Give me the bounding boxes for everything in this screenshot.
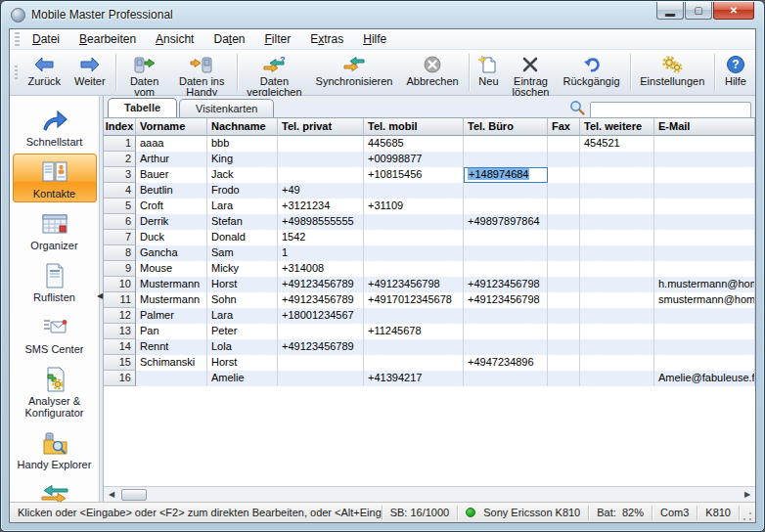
cell-tel-mobil[interactable]	[364, 245, 464, 261]
column-header-tel-buero[interactable]: Tel. Büro	[464, 118, 548, 136]
row-index-cell[interactable]: 14 (SB)	[104, 339, 136, 355]
eintrag-l-schen-button[interactable]: Eintrag löschen	[507, 52, 556, 93]
row-index-cell[interactable]: 11 (SB)	[104, 292, 136, 308]
cell-vorname[interactable]: Palmer	[136, 308, 207, 324]
cell-nachname[interactable]: Lola	[207, 339, 278, 355]
cell-email[interactable]: smustermann@home	[654, 292, 755, 308]
cell-tel-weitere[interactable]	[580, 355, 654, 371]
cell-tel-weitere[interactable]	[580, 261, 654, 277]
cell-vorname[interactable]: Rennt	[136, 339, 207, 355]
cell-nachname[interactable]: King	[207, 152, 278, 167]
cell-fax[interactable]	[548, 199, 580, 214]
column-header-vorname[interactable]: Vorname	[136, 118, 207, 136]
row-index-cell[interactable]: 2 (SB)	[104, 152, 136, 167]
cell-vorname[interactable]: Mustermann	[136, 292, 207, 308]
cell-tel-weitere[interactable]: 454521	[580, 136, 654, 152]
cell-tel-privat[interactable]	[278, 136, 364, 152]
title-bar[interactable]: Mobile Master Professional ▬ ▢ ✕	[1, 1, 764, 28]
column-header-email[interactable]: E-Mail	[654, 118, 755, 136]
cell-fax[interactable]	[548, 355, 580, 371]
cell-tel-weitere[interactable]	[580, 308, 654, 324]
cell-nachname[interactable]: Stefan	[207, 214, 278, 230]
scroll-left-icon[interactable]: ◀	[104, 488, 119, 502]
cell-tel-buero[interactable]	[464, 308, 548, 324]
minimize-button[interactable]: ▬	[656, 2, 684, 20]
cell-fax[interactable]	[548, 371, 580, 386]
cell-nachname[interactable]: Sam	[207, 245, 278, 261]
cell-fax[interactable]	[548, 136, 580, 152]
cell-email[interactable]	[654, 230, 755, 245]
menu-item-ansicht[interactable]: Ansicht	[146, 30, 203, 48]
sidebar-collapse-arrow[interactable]: ◀	[97, 291, 103, 300]
cell-tel-mobil[interactable]: +00998877	[364, 152, 464, 167]
cell-tel-privat[interactable]	[278, 152, 364, 167]
cell-tel-buero[interactable]	[464, 339, 548, 355]
r-ckg-ngig-button[interactable]: Rückgängig	[557, 52, 625, 93]
sidebar-item-handy-explorer[interactable]: Handy Explorer	[13, 424, 97, 473]
cell-vorname[interactable]: aaaa	[136, 136, 207, 152]
row-index-cell[interactable]: 12 (SB)	[104, 308, 136, 324]
einstellungen-button[interactable]: Einstellungen	[634, 52, 710, 93]
row-index-cell[interactable]: 7 (SB)	[104, 230, 136, 245]
menu-item-filter[interactable]: Filter	[255, 30, 301, 48]
sidebar-splitter[interactable]: ◀	[100, 96, 104, 502]
cell-vorname[interactable]: Gancha	[136, 245, 207, 261]
sidebar-item-kontakte[interactable]: Kontakte	[13, 154, 97, 202]
sidebar-item-sms-center[interactable]: SMS Center	[13, 309, 97, 358]
cell-vorname[interactable]: Duck	[136, 230, 207, 245]
row-index-cell[interactable]: 6 (SB)	[104, 214, 136, 230]
menu-item-datei[interactable]: Datei	[22, 30, 69, 48]
cell-tel-buero[interactable]	[464, 230, 548, 245]
tab-visitenkarten[interactable]: Visitenkarten	[179, 99, 274, 117]
menu-item-daten[interactable]: Daten	[203, 30, 254, 48]
cell-tel-buero[interactable]	[464, 245, 548, 261]
cell-vorname[interactable]: Pan	[136, 324, 207, 339]
cell-tel-mobil[interactable]: +31109	[364, 199, 464, 214]
cell-tel-buero[interactable]	[464, 152, 548, 167]
daten-ins-handy-schreiben-button[interactable]: Daten ins Handy schreiben	[171, 52, 233, 93]
search-input[interactable]	[590, 102, 751, 118]
synchronisieren-button[interactable]: Synchronisieren	[310, 52, 399, 93]
cell-tel-weitere[interactable]	[580, 183, 654, 199]
cell-tel-weitere[interactable]	[580, 245, 654, 261]
cell-tel-mobil[interactable]	[364, 261, 464, 277]
resize-grip[interactable]	[742, 510, 753, 522]
cell-tel-weitere[interactable]	[580, 230, 654, 245]
menu-item-extras[interactable]: Extras	[300, 30, 353, 48]
cell-tel-weitere[interactable]	[580, 152, 654, 167]
column-header-index[interactable]: Index	[104, 118, 136, 136]
cell-nachname[interactable]: Amelie	[207, 371, 278, 386]
cell-tel-buero[interactable]	[464, 371, 548, 386]
cell-tel-mobil[interactable]: 445685	[364, 136, 464, 152]
row-index-cell[interactable]: 5 (SB)	[104, 199, 136, 214]
cell-vorname[interactable]: Mustermann	[136, 277, 207, 292]
cell-email[interactable]: Amelie@fabuleuse.fi	[654, 371, 755, 386]
cell-tel-privat[interactable]	[278, 167, 364, 183]
cell-nachname[interactable]: Lara	[207, 199, 278, 214]
cell-fax[interactable]	[548, 167, 580, 183]
row-index-cell[interactable]: 15 (SB)	[104, 355, 136, 371]
menubar-gripper[interactable]	[15, 32, 20, 46]
sidebar-item-organizer[interactable]: Organizer	[13, 205, 97, 254]
cell-fax[interactable]	[548, 214, 580, 230]
cell-tel-weitere[interactable]	[580, 371, 654, 386]
sidebar-item-analyser-konfigurator[interactable]: Analyser & Konfigurator	[13, 361, 97, 421]
cell-tel-weitere[interactable]	[580, 292, 654, 308]
cell-nachname[interactable]: Sohn	[207, 292, 278, 308]
cell-nachname[interactable]: Donald	[207, 230, 278, 245]
cell-tel-buero[interactable]	[464, 199, 548, 214]
cell-email[interactable]	[654, 214, 755, 230]
tab-tabelle[interactable]: Tabelle	[108, 98, 177, 117]
hilfe-button[interactable]: ?Hilfe	[719, 52, 752, 93]
cell-tel-privat[interactable]: 1542	[278, 230, 364, 245]
toolbar-gripper[interactable]	[15, 66, 18, 79]
sidebar-item-schnellstart[interactable]: Schnellstart	[13, 102, 97, 151]
row-index-cell[interactable]: 4 (SB)	[104, 183, 136, 199]
row-index-cell[interactable]: 16 (SB)	[104, 371, 136, 386]
cell-vorname[interactable]: Mouse	[136, 261, 207, 277]
cell-tel-privat[interactable]: +3121234	[278, 199, 364, 214]
cell-tel-mobil[interactable]: +49123456798	[364, 277, 464, 292]
cell-tel-weitere[interactable]	[580, 277, 654, 292]
cell-tel-mobil[interactable]: +10815456	[364, 167, 464, 183]
cell-tel-buero[interactable]	[464, 261, 548, 277]
